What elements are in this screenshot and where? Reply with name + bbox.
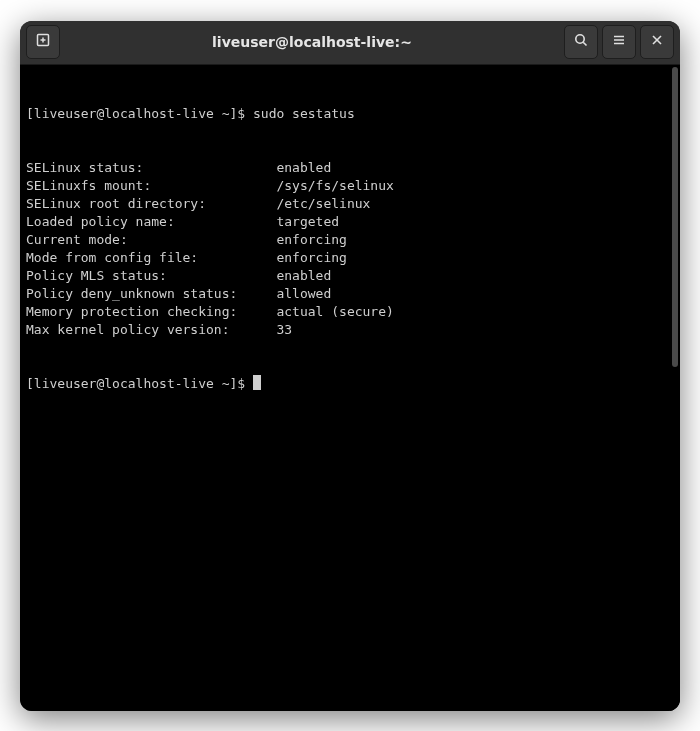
prompt-line-2: [liveuser@localhost-live ~]$ <box>26 375 668 393</box>
scrollbar-thumb[interactable] <box>672 67 678 367</box>
titlebar-left <box>26 25 60 59</box>
output-row: Mode from config file: enforcing <box>26 249 668 267</box>
output-value: enforcing <box>276 232 346 247</box>
output-value: actual (secure) <box>276 304 393 319</box>
output-value: enabled <box>276 268 331 283</box>
output-label: Loaded policy name: <box>26 214 276 229</box>
prompt-line-1: [liveuser@localhost-live ~]$ sudo sestat… <box>26 105 668 123</box>
hamburger-icon <box>611 32 627 52</box>
command-output: SELinux status: enabledSELinuxfs mount: … <box>26 159 668 339</box>
search-icon <box>573 32 589 52</box>
terminal-window: liveuser@localhost-live:~ <box>20 21 680 711</box>
close-icon <box>649 32 665 52</box>
output-row: Max kernel policy version: 33 <box>26 321 668 339</box>
svg-point-3 <box>576 35 584 43</box>
output-label: Current mode: <box>26 232 276 247</box>
output-row: SELinux root directory: /etc/selinux <box>26 195 668 213</box>
output-label: Memory protection checking: <box>26 304 276 319</box>
output-value: 33 <box>276 322 292 337</box>
command-text: sudo sestatus <box>253 106 355 121</box>
output-row: Policy deny_unknown status: allowed <box>26 285 668 303</box>
titlebar-right <box>564 25 674 59</box>
output-label: SELinux root directory: <box>26 196 276 211</box>
output-row: Current mode: enforcing <box>26 231 668 249</box>
output-row: Policy MLS status: enabled <box>26 267 668 285</box>
menu-button[interactable] <box>602 25 636 59</box>
cursor <box>253 375 261 390</box>
output-value: /etc/selinux <box>276 196 370 211</box>
output-label: Policy deny_unknown status: <box>26 286 276 301</box>
titlebar: liveuser@localhost-live:~ <box>20 21 680 65</box>
output-label: SELinuxfs mount: <box>26 178 276 193</box>
terminal-area: [liveuser@localhost-live ~]$ sudo sestat… <box>20 65 680 711</box>
output-label: Max kernel policy version: <box>26 322 276 337</box>
output-label: Mode from config file: <box>26 250 276 265</box>
output-value: targeted <box>276 214 339 229</box>
output-row: Memory protection checking: actual (secu… <box>26 303 668 321</box>
output-value: allowed <box>276 286 331 301</box>
prompt-text-2: [liveuser@localhost-live ~]$ <box>26 376 253 391</box>
scrollbar[interactable] <box>670 65 680 711</box>
prompt-text: [liveuser@localhost-live ~]$ <box>26 106 253 121</box>
svg-line-4 <box>583 42 586 45</box>
terminal-content[interactable]: [liveuser@localhost-live ~]$ sudo sestat… <box>20 65 670 711</box>
output-value: enabled <box>276 160 331 175</box>
search-button[interactable] <box>564 25 598 59</box>
window-title: liveuser@localhost-live:~ <box>60 34 564 50</box>
output-row: Loaded policy name: targeted <box>26 213 668 231</box>
new-tab-button[interactable] <box>26 25 60 59</box>
output-value: enforcing <box>276 250 346 265</box>
close-button[interactable] <box>640 25 674 59</box>
output-row: SELinuxfs mount: /sys/fs/selinux <box>26 177 668 195</box>
output-row: SELinux status: enabled <box>26 159 668 177</box>
output-value: /sys/fs/selinux <box>276 178 393 193</box>
new-tab-icon <box>35 32 51 52</box>
output-label: Policy MLS status: <box>26 268 276 283</box>
output-label: SELinux status: <box>26 160 276 175</box>
